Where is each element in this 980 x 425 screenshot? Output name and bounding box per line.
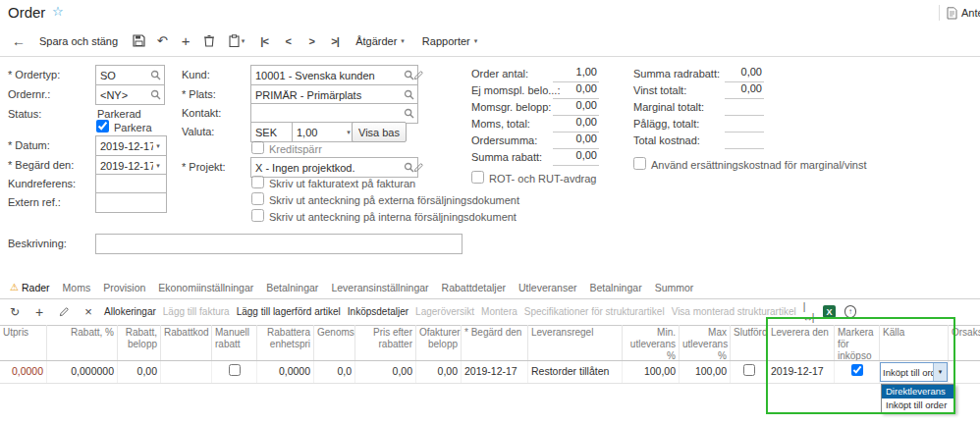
cell-orsak[interactable]: [949, 361, 980, 383]
column-header-begard-den[interactable]: * Begärd den: [462, 325, 528, 360]
beskrivning-field[interactable]: [95, 234, 463, 254]
refresh-icon[interactable]: ↻: [6, 303, 24, 321]
search-icon[interactable]: [404, 108, 414, 119]
upload-icon[interactable]: ↑: [844, 305, 857, 318]
add-row-icon[interactable]: +: [30, 303, 48, 321]
save-and-close-button[interactable]: Spara och stäng: [31, 32, 126, 50]
column-header-rabatt-procent[interactable]: Rabatt, %: [47, 325, 118, 360]
fit-width-icon[interactable]: |↔|: [803, 301, 815, 323]
column-header-utpris[interactable]: Utpris: [0, 325, 47, 360]
column-header-slutford[interactable]: Slutförd: [731, 325, 768, 360]
column-header-max-utleverans[interactable]: Max utleverans %: [680, 325, 731, 360]
column-header-min-utleverans[interactable]: Min. utleverans %: [623, 325, 680, 360]
delete-icon[interactable]: [198, 30, 220, 52]
projekt-field[interactable]: X - Ingen projektkod.: [250, 157, 418, 178]
markera-for-inkopsorder-checkbox[interactable]: [851, 364, 863, 376]
kontakt-field[interactable]: [250, 103, 418, 124]
begard-den-field[interactable]: 2019-12-17 ▾: [95, 155, 167, 176]
next-record-icon[interactable]: >: [300, 30, 322, 52]
column-header-genomsnitt[interactable]: Genomsni: [314, 325, 355, 360]
cell-leverera-den[interactable]: 2019-12-17: [768, 361, 835, 383]
cell-leveransregel[interactable]: Restorder tillåten: [528, 361, 623, 383]
column-header-leverera-den[interactable]: Leverera den: [768, 325, 835, 360]
column-header-manuell-rabatt[interactable]: Manuell rabatt: [212, 325, 257, 360]
actions-label: Åtgärder: [355, 35, 397, 47]
lagg-till-lagerford-artikel-button[interactable]: Lägg till lagerförd artikel: [237, 306, 341, 317]
notes-link[interactable]: Antec: [939, 5, 980, 21]
tab-betalningar-1[interactable]: Betalningar: [266, 282, 318, 293]
tab-rabattdetaljer[interactable]: Rabattdetaljer: [442, 282, 506, 293]
last-record-icon[interactable]: >|: [324, 30, 346, 52]
column-header-kalla[interactable]: Källa: [880, 325, 949, 360]
slutford-checkbox[interactable]: [743, 364, 755, 376]
extern-ref-field[interactable]: [95, 192, 167, 213]
favorite-star-icon[interactable]: ☆: [52, 4, 64, 19]
column-header-leveransregel[interactable]: Leveransregel: [528, 325, 623, 360]
chevron-down-icon[interactable]: ▾: [153, 162, 163, 170]
datum-field[interactable]: 2019-12-17 ▾: [95, 135, 167, 156]
tab-leveransinstallningar[interactable]: Leveransinställningar: [331, 282, 428, 293]
inkopsdetaljer-button[interactable]: Inköpsdetaljer: [348, 306, 408, 317]
ordertyp-field[interactable]: SO: [95, 65, 165, 85]
parkera-label: Parkera: [114, 122, 152, 133]
kundreferens-field[interactable]: [95, 174, 167, 194]
tab-utleveranser[interactable]: Utleveranser: [518, 282, 577, 293]
column-header-ofakturerat-belopp[interactable]: Ofakturera belopp: [416, 325, 462, 360]
column-header-pris-efter-rabatter[interactable]: Pris efter rabatter: [355, 325, 416, 360]
cell-max-utleverans[interactable]: 100,00: [680, 361, 731, 383]
ordernr-field[interactable]: <NY>: [95, 84, 165, 105]
tab-betalningar-2[interactable]: Betalningar: [590, 282, 642, 293]
column-header-rabattkod[interactable]: Rabattkod: [161, 325, 212, 360]
column-header-rabatt-belopp[interactable]: Rabatt, belopp: [118, 325, 161, 360]
kund-value: 10001 - Svenska kunden: [255, 70, 404, 81]
previous-record-icon[interactable]: <: [277, 30, 299, 52]
column-header-orsak[interactable]: Orsaks: [949, 325, 980, 360]
clipboard-icon[interactable]: ▾: [222, 30, 251, 52]
parkera-checkbox[interactable]: [96, 120, 109, 133]
cell-rabattera-enhetspris[interactable]: 0,0000: [257, 361, 314, 383]
undo-icon[interactable]: ↶: [151, 30, 173, 52]
tab-rader[interactable]: ⚠ Rader: [10, 282, 50, 293]
tab-moms[interactable]: Moms: [63, 282, 91, 293]
cell-utpris[interactable]: 0,0000: [0, 361, 47, 383]
marginal-totalt-label: Marginal totalt:: [633, 101, 704, 113]
cell-rabatt-belopp[interactable]: 0,00: [118, 361, 161, 383]
search-icon[interactable]: [404, 89, 414, 100]
cell-min-utleverans[interactable]: 100,00: [623, 361, 680, 383]
cell-genomsnitt[interactable]: 0,0: [314, 361, 355, 383]
cell-rabatt-procent[interactable]: 0,000000: [47, 361, 118, 383]
manuell-rabatt-checkbox[interactable]: [229, 364, 241, 376]
edit-pencil-icon[interactable]: [413, 68, 427, 81]
edit-row-icon[interactable]: [55, 303, 73, 321]
delete-row-icon[interactable]: ×: [80, 303, 97, 321]
valuta-rate-field[interactable]: 1,00 ▾: [292, 122, 357, 142]
plats-field[interactable]: PRIMÄR - Primärplats: [250, 84, 418, 105]
visa-bas-button[interactable]: Visa bas: [352, 122, 407, 142]
dropdown-option-direktleverans[interactable]: Direktleverans: [882, 385, 954, 398]
column-header-markera-for-inkopsorder[interactable]: Markera för inköpso: [835, 325, 880, 360]
actions-menu-button[interactable]: Åtgärder ▾: [348, 32, 412, 50]
search-icon[interactable]: [150, 70, 161, 80]
cell-ofakturerat-belopp[interactable]: 0,00: [416, 361, 462, 383]
tab-provision[interactable]: Provision: [103, 282, 145, 293]
add-icon[interactable]: +: [175, 30, 196, 52]
kalla-combobox[interactable]: Inköpt till order ▾: [880, 362, 948, 382]
first-record-icon[interactable]: |<: [253, 30, 275, 52]
column-header-rabattera-enhetspris[interactable]: Rabattera enhetspri: [257, 325, 314, 360]
tab-ekonomiinstallningar[interactable]: Ekonomiinställningar: [158, 282, 253, 293]
search-icon[interactable]: [150, 89, 161, 100]
cell-pris-efter-rabatter[interactable]: 0,00: [355, 361, 416, 383]
combo-dropdown-button[interactable]: ▾: [933, 363, 947, 381]
reports-menu-button[interactable]: Rapporter ▾: [414, 32, 485, 50]
cell-rabattkod[interactable]: [161, 361, 212, 383]
allokeringar-button[interactable]: Allokeringar: [104, 306, 156, 317]
save-icon[interactable]: [128, 30, 149, 52]
dropdown-option-inkopt-till-order[interactable]: Inköpt till order: [882, 398, 954, 412]
chevron-down-icon[interactable]: ▾: [153, 142, 163, 150]
tab-summor[interactable]: Summor: [655, 282, 694, 293]
kund-field[interactable]: 10001 - Svenska kunden: [250, 65, 418, 85]
cell-begard-den[interactable]: 2019-12-17: [462, 361, 528, 383]
edit-pencil-icon[interactable]: [413, 160, 427, 174]
export-excel-icon[interactable]: X: [823, 305, 835, 318]
back-icon[interactable]: ←: [8, 30, 29, 52]
